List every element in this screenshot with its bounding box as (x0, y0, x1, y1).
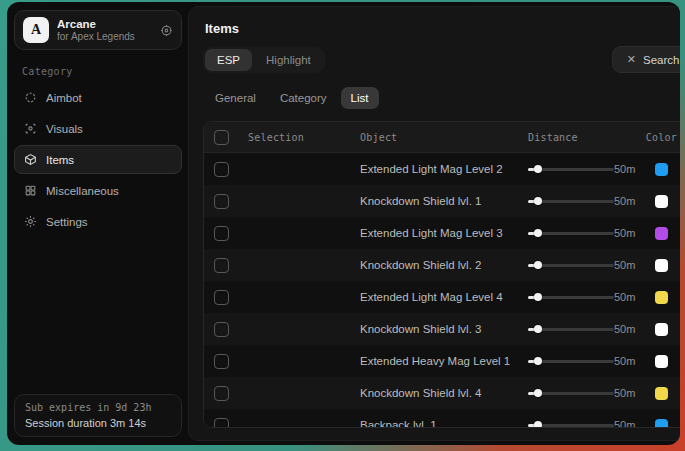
view-tabs: General Category List (205, 87, 680, 109)
sidebar-item-label: Items (46, 154, 74, 166)
row-checkbox[interactable] (214, 322, 229, 337)
table-row: Knockdown Shield lvl. 3 50m (204, 313, 680, 345)
slider-thumb[interactable] (534, 165, 542, 173)
search-button[interactable]: ✕ Search (612, 46, 680, 73)
slider-thumb[interactable] (534, 389, 542, 397)
app-logo: A (23, 17, 49, 43)
tab-category[interactable]: Category (270, 87, 337, 109)
app-window: A Arcane for Apex Legends Category Aimbo… (7, 2, 680, 445)
column-header-color: Color (639, 132, 680, 143)
distance-slider[interactable] (528, 292, 614, 302)
object-label: Extended Light Mag Level 4 (360, 291, 528, 303)
object-label: Backpack lvl. 1 (360, 419, 528, 428)
table-row: Extended Light Mag Level 4 50m (204, 281, 680, 313)
sidebar-item-label: Miscellaneous (46, 185, 119, 197)
x-icon: ✕ (627, 53, 636, 66)
distance-slider[interactable] (528, 420, 614, 428)
table-row: Knockdown Shield lvl. 4 50m (204, 377, 680, 409)
distance-slider[interactable] (528, 324, 614, 334)
slider-thumb[interactable] (534, 261, 542, 269)
tab-esp[interactable]: ESP (205, 49, 252, 71)
slider-thumb[interactable] (534, 197, 542, 205)
color-swatch[interactable] (655, 259, 668, 272)
color-swatch[interactable] (655, 323, 668, 336)
distance-value: 50m (614, 387, 639, 399)
compass-icon[interactable] (160, 24, 173, 37)
distance-value: 50m (614, 419, 639, 428)
row-checkbox[interactable] (214, 386, 229, 401)
distance-value: 50m (614, 259, 639, 271)
slider-thumb[interactable] (534, 229, 542, 237)
tab-highlight[interactable]: Highlight (254, 49, 323, 71)
session-card: Sub expires in 9d 23h Session duration 3… (14, 394, 182, 437)
tab-list[interactable]: List (341, 87, 379, 109)
eye-icon (24, 122, 37, 135)
object-label: Extended Heavy Mag Level 1 (360, 355, 528, 367)
app-name: Arcane (57, 18, 152, 31)
table-row: Backpack lvl. 1 50m (204, 409, 680, 428)
sidebar-item-items[interactable]: Items (14, 145, 182, 174)
distance-slider[interactable] (528, 356, 614, 366)
sidebar-item-visuals[interactable]: Visuals (14, 114, 182, 143)
distance-value: 50m (614, 227, 639, 239)
table-row: Knockdown Shield lvl. 2 50m (204, 249, 680, 281)
color-swatch[interactable] (655, 163, 668, 176)
sidebar-item-settings[interactable]: Settings (14, 207, 182, 236)
sidebar-nav: Aimbot Visuals Items Miscellaneous (14, 83, 182, 236)
sidebar: A Arcane for Apex Legends Category Aimbo… (7, 2, 185, 445)
select-all-checkbox[interactable] (214, 130, 229, 145)
distance-value: 50m (614, 195, 639, 207)
sidebar-item-aimbot[interactable]: Aimbot (14, 83, 182, 112)
distance-value: 50m (614, 323, 639, 335)
distance-slider[interactable] (528, 196, 614, 206)
slider-thumb[interactable] (534, 293, 542, 301)
distance-slider[interactable] (528, 164, 614, 174)
row-checkbox[interactable] (214, 162, 229, 177)
session-duration-text: Session duration 3m 14s (25, 417, 171, 429)
slider-thumb[interactable] (534, 325, 542, 333)
gear-icon (24, 215, 37, 228)
object-label: Extended Light Mag Level 3 (360, 227, 528, 239)
slider-thumb[interactable] (534, 421, 542, 428)
category-label: Category (22, 66, 182, 77)
distance-value: 50m (614, 163, 639, 175)
column-header-selection: Selection (248, 132, 360, 143)
toolbar: ESP Highlight ✕ Search (203, 46, 680, 73)
table-row: Extended Heavy Mag Level 1 50m (204, 345, 680, 377)
app-subtitle: for Apex Legends (57, 31, 152, 43)
brand-card: A Arcane for Apex Legends (14, 10, 182, 50)
table-header-row: Selection Object Distance Color (204, 122, 680, 153)
column-header-object: Object (360, 132, 528, 143)
table-row: Extended Light Mag Level 2 50m (204, 153, 680, 185)
distance-slider[interactable] (528, 388, 614, 398)
search-button-label: Search (643, 54, 679, 66)
color-swatch[interactable] (655, 291, 668, 304)
color-swatch[interactable] (655, 419, 668, 429)
row-checkbox[interactable] (214, 194, 229, 209)
row-checkbox[interactable] (214, 226, 229, 241)
object-label: Knockdown Shield lvl. 1 (360, 195, 528, 207)
color-swatch[interactable] (655, 355, 668, 368)
mode-segmented-control: ESP Highlight (203, 47, 325, 73)
row-checkbox[interactable] (214, 418, 229, 429)
distance-slider[interactable] (528, 228, 614, 238)
slider-thumb[interactable] (534, 357, 542, 365)
distance-value: 50m (614, 291, 639, 303)
color-swatch[interactable] (655, 195, 668, 208)
box-icon (24, 153, 37, 166)
color-swatch[interactable] (655, 227, 668, 240)
object-label: Knockdown Shield lvl. 2 (360, 259, 528, 271)
table-row: Knockdown Shield lvl. 1 50m (204, 185, 680, 217)
row-checkbox[interactable] (214, 290, 229, 305)
sidebar-item-label: Visuals (46, 123, 83, 135)
row-checkbox[interactable] (214, 258, 229, 273)
main-panel: Items ESP Highlight ✕ Search General Cat… (188, 6, 680, 441)
row-checkbox[interactable] (214, 354, 229, 369)
distance-slider[interactable] (528, 260, 614, 270)
sidebar-item-label: Aimbot (46, 92, 82, 104)
sidebar-item-miscellaneous[interactable]: Miscellaneous (14, 176, 182, 205)
tab-general[interactable]: General (205, 87, 266, 109)
crosshair-icon (24, 91, 37, 104)
color-swatch[interactable] (655, 387, 668, 400)
object-label: Knockdown Shield lvl. 3 (360, 323, 528, 335)
